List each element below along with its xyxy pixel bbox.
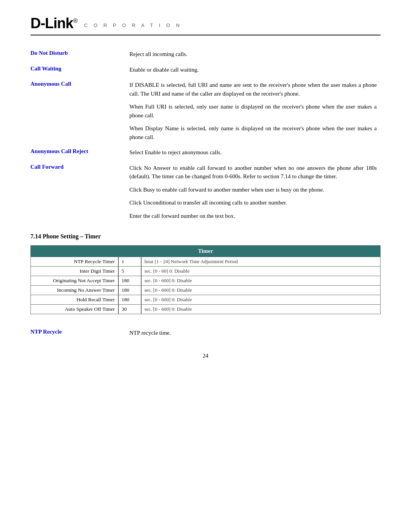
timer-row-desc: sec. [0 - 600] 0: Disable: [141, 276, 381, 286]
term-desc-cell: If DISABLE is selected, full URI and nam…: [129, 78, 381, 145]
timer-row-label: Incoming No Answer Timer: [31, 286, 118, 295]
ntp-recycle-label: NTP Recycle: [30, 329, 62, 335]
timer-row: Originating Not Accept Timer180sec. [0 -…: [31, 276, 381, 286]
term-label-cell: Do Not Disturb: [30, 47, 129, 62]
term-desc-paragraph: Reject all incoming calls.: [129, 50, 377, 59]
term-label-cell: Call Forward: [30, 161, 129, 224]
term-desc-paragraph: Click Busy to enable call forward to ano…: [129, 185, 377, 194]
page-header: D-Link® C O R P O R A T I O N: [30, 15, 381, 35]
term-desc-paragraph: If DISABLE is selected, full URI and nam…: [129, 81, 377, 98]
term-desc-cell: Click No Answer to enable call forward t…: [129, 161, 381, 224]
term-desc-paragraph: Select Enable to reject anonymous calls.: [129, 148, 377, 157]
timer-row: Hold Recall Timer180sec. [0 - 600] 0: Di…: [31, 295, 381, 305]
timer-row-label: Auto Speaker Off Timer: [31, 305, 118, 314]
term-desc-cell: Select Enable to reject anonymous calls.: [129, 145, 381, 161]
timer-row-desc: hour [1 - 24] Network Time Adjustment Pe…: [141, 257, 381, 267]
page-number: 24: [30, 353, 381, 359]
term-label: Call Waiting: [30, 66, 61, 72]
timer-row-label: NTP Recycle Timer: [31, 257, 118, 267]
timer-row-label: Originating Not Accept Timer: [31, 276, 118, 286]
timer-row: Inter Digit Timer5sec. [0 - 60] 0: Disab…: [31, 267, 381, 276]
section-title: 7.14 Phone Setting – Timer: [30, 233, 381, 240]
timer-row-desc: sec. [0 - 600] 0: Disable: [141, 305, 381, 314]
timer-table-header: Timer: [31, 246, 381, 257]
term-row: Call ForwardClick No Answer to enable ca…: [30, 161, 381, 224]
term-label: Anonymous Call Reject: [30, 148, 88, 154]
timer-row: Incoming No Answer Timer180sec. [0 - 600…: [31, 286, 381, 295]
timer-row-desc: sec. [0 - 60] 0: Disable: [141, 267, 381, 276]
timer-row-value: 5: [118, 267, 141, 276]
term-label: Call Forward: [30, 164, 64, 170]
timer-row-value: 30: [118, 305, 141, 314]
timer-row-value: 180: [118, 286, 141, 295]
term-label-cell: Call Waiting: [30, 62, 129, 78]
term-label: Anonymous Call: [30, 81, 71, 87]
term-desc-paragraph: When Display Name is selected, only name…: [129, 124, 377, 141]
term-desc-paragraph: Click Unconditional to transfer all inco…: [129, 198, 377, 207]
timer-row: NTP Recycle Timer1hour [1 - 24] Network …: [31, 257, 381, 267]
timer-row: Auto Speaker Off Timer30sec. [0 - 600] 0…: [31, 305, 381, 314]
term-desc-cell: Enable or disable call waiting.: [129, 62, 381, 78]
terms-table: Do Not DisturbReject all incoming calls.…: [30, 47, 381, 224]
timer-row-desc: sec. [0 - 600] 0: Disable: [141, 295, 381, 305]
timer-row-label: Hold Recall Timer: [31, 295, 118, 305]
timer-row-value: 180: [118, 295, 141, 305]
timer-table: Timer NTP Recycle Timer1hour [1 - 24] Ne…: [30, 245, 381, 314]
term-desc-paragraph: Enter the call forward number on the tex…: [129, 212, 377, 220]
timer-row-label: Inter Digit Timer: [31, 267, 118, 276]
term-row: Anonymous CallIf DISABLE is selected, fu…: [30, 78, 381, 145]
ntp-recycle-table: NTP Recycle NTP recycle time.: [30, 326, 381, 341]
term-label: Do Not Disturb: [30, 50, 68, 56]
term-desc-paragraph: Click No Answer to enable call forward t…: [129, 164, 377, 181]
term-label-cell: Anonymous Call Reject: [30, 145, 129, 161]
term-row: Do Not DisturbReject all incoming calls.: [30, 47, 381, 62]
timer-row-desc: sec. [0 - 600] 0: Disable: [141, 286, 381, 295]
term-desc-paragraph: When Full URI is selected, only user nam…: [129, 102, 377, 120]
ntp-recycle-desc: NTP recycle time.: [129, 329, 377, 337]
term-row: Call WaitingEnable or disable call waiti…: [30, 62, 381, 78]
term-desc-cell: Reject all incoming calls.: [129, 47, 381, 62]
timer-row-value: 180: [118, 276, 141, 286]
corporation-text: C O R P O R A T I O N: [84, 19, 182, 28]
term-row: Anonymous Call RejectSelect Enable to re…: [30, 145, 381, 161]
dlink-logo: D-Link®: [30, 15, 77, 32]
timer-row-value: 1: [118, 257, 141, 267]
term-desc-paragraph: Enable or disable call waiting.: [129, 66, 377, 74]
term-label-cell: Anonymous Call: [30, 78, 129, 145]
registered-symbol: ®: [73, 18, 77, 24]
